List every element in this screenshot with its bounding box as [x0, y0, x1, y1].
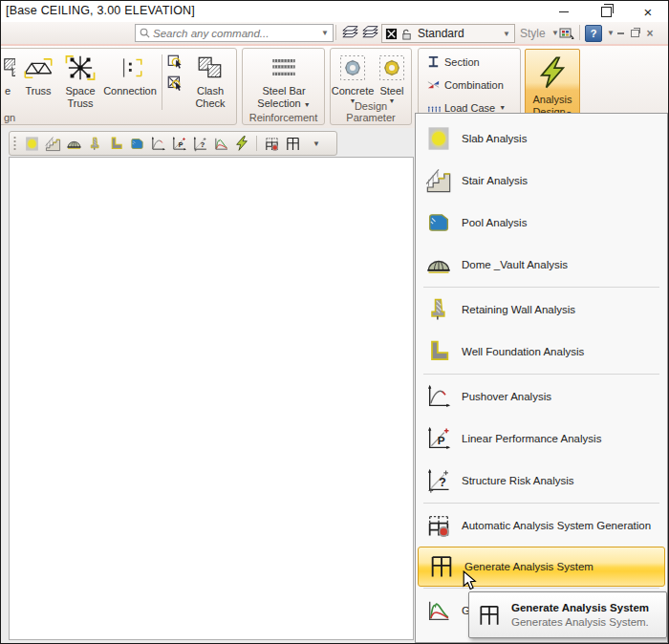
window-restore-button[interactable] [595, 5, 616, 19]
document-close-button[interactable]: × [643, 28, 657, 39]
retaining-wall-icon [87, 136, 103, 152]
truss-icon [23, 54, 54, 81]
slab-icon [24, 136, 40, 152]
style-button[interactable]: Style [520, 27, 546, 40]
pushover-icon [150, 136, 166, 152]
standard-style-combobox[interactable]: Standard ▼ [381, 24, 515, 43]
tooltip-title: Generate Analysis System [511, 602, 649, 613]
ribbon-button-steel-bar-selection[interactable]: Steel Bar Selection ▼ [252, 52, 315, 109]
toolbar-linear-performance-button[interactable] [170, 135, 188, 153]
app-window: [Base CEILING, 3.00 ELEVATION] × ▼ Stand… [0, 0, 669, 644]
close-icon: × [646, 28, 653, 39]
menu-separator [423, 503, 659, 504]
quick-access-bar: ▼ Standard ▼ Style ▼ ? ▼ × [1, 22, 668, 45]
ribbon-button-connection[interactable]: Connection [101, 52, 159, 97]
menu-item-stair-analysis[interactable]: Stair Analysis [416, 160, 667, 202]
space-truss-icon [64, 54, 97, 82]
mouse-cursor-icon [463, 570, 477, 590]
window-close-button[interactable]: × [637, 5, 658, 19]
lightning-bolt-icon [234, 136, 249, 151]
group-label-reinforcement: Reinforcement [243, 112, 324, 123]
clash-check-icon [196, 54, 225, 81]
restore-icon [631, 30, 639, 37]
dome-icon [425, 251, 452, 278]
structure-risk-icon [425, 467, 452, 494]
command-search-box[interactable]: ▼ [135, 24, 334, 42]
small-select-button-2[interactable] [166, 75, 183, 96]
grid-red-dot-icon [264, 136, 280, 152]
select-region-icon [166, 54, 183, 71]
toolbar-generate-analysis-button[interactable] [284, 135, 302, 153]
lock-open-icon [400, 28, 413, 40]
ribbon-button-partial[interactable]: e [0, 52, 15, 97]
search-dropdown-arrow-icon[interactable]: ▼ [317, 29, 333, 37]
toolbar-stair-analysis-button[interactable] [44, 135, 62, 153]
small-select-button-1[interactable] [166, 54, 183, 75]
ribbon-button-space-truss[interactable]: Space Truss [59, 52, 101, 109]
window-minimize-button[interactable] [553, 5, 574, 19]
toolbar-grip[interactable] [13, 136, 16, 151]
document-minimize-button[interactable] [614, 28, 627, 39]
separator [335, 25, 336, 40]
toolbar-automatic-analysis-button[interactable] [263, 135, 281, 153]
steel-gear-icon [378, 54, 406, 82]
layer-order-down-button[interactable] [361, 25, 379, 45]
concrete-gear-icon [338, 54, 367, 82]
toolbar-spectrum-button[interactable] [212, 135, 230, 153]
help-button[interactable]: ? [585, 25, 602, 42]
dropdown-arrow-icon: ▼ [499, 104, 506, 111]
stair-icon [425, 167, 452, 194]
menu-item-retaining-wall-analysis[interactable]: Retaining Wall Analysis [416, 289, 667, 331]
search-icon [139, 27, 151, 39]
menu-item-automatic-analysis-system-generation[interactable]: Automatic Analysis System Generation [416, 504, 667, 547]
ribbon-button-section[interactable]: Section [426, 54, 480, 69]
menu-item-structure-risk-analysis[interactable]: Structure Risk Analysis [416, 460, 667, 502]
grid-frame-icon [477, 603, 502, 628]
lightning-bolt-icon [536, 54, 569, 92]
layer-order-up-button[interactable] [341, 25, 359, 45]
menu-item-linear-performance-analysis[interactable]: Linear Performance Analysis [416, 418, 667, 460]
menu-item-dome-vault-analysis[interactable]: Dome _Vault Analysis [416, 244, 667, 286]
toolbar-well-foundation-button[interactable] [107, 135, 125, 153]
ribbon-button-combination[interactable]: Combination [426, 77, 504, 92]
standard-dropdown-arrow-icon[interactable]: ▼ [499, 30, 514, 38]
well-foundation-icon [108, 136, 124, 152]
toolbar-pushover-button[interactable] [149, 135, 167, 153]
drawing-canvas[interactable] [9, 157, 414, 640]
layers-down-icon [361, 25, 379, 41]
toolbar-overflow-arrow-icon[interactable]: ▼ [313, 140, 320, 148]
window-title: [Base CEILING, 3.00 ELEVATION] [6, 4, 195, 17]
group-label-design-parameter: Design Parameter [331, 100, 411, 123]
ribbon-button-truss[interactable]: Truss [19, 52, 57, 97]
menu-item-pool-analysis[interactable]: Pool Analysis [416, 202, 667, 244]
ribbon-button-concrete[interactable]: Concrete ▼ [333, 52, 373, 104]
render-style-button[interactable] [559, 26, 574, 45]
ribbon-group-design: e Truss Space Truss Connection Clash Che… [0, 48, 237, 125]
minimize-icon [559, 11, 569, 13]
search-input[interactable] [151, 28, 317, 39]
toolbar-retaining-wall-button[interactable] [86, 135, 104, 153]
grid-frame-icon [428, 553, 455, 580]
dome-icon [66, 136, 82, 152]
toolbar-slab-analysis-button[interactable] [23, 135, 41, 153]
ribbon-button-steel[interactable]: Steel ▼ [375, 52, 409, 104]
ribbon-button-clash-check[interactable]: Clash Check [187, 52, 233, 109]
menu-item-slab-analysis[interactable]: Slab Analysis [416, 118, 667, 160]
menu-item-generate-analysis-system[interactable]: Generate Analysis System [418, 547, 665, 587]
menu-item-well-foundation-analysis[interactable]: Well Foundation Analysis [416, 331, 667, 373]
document-restore-button[interactable] [628, 28, 641, 39]
slab-icon [425, 125, 452, 152]
toolbar-pool-analysis-button[interactable] [128, 135, 146, 153]
menu-item-pushover-analysis[interactable]: Pushover Analysis [416, 376, 667, 418]
title-bar: [Base CEILING, 3.00 ELEVATION] × [1, 1, 668, 23]
retaining-wall-icon [425, 296, 452, 323]
tooltip-description: Generates Analysis System. [511, 616, 649, 628]
analysis-design-menu: Slab Analysis Stair Analysis Pool Analys… [415, 113, 668, 643]
toolbar-dome-analysis-button[interactable] [65, 135, 83, 153]
render-style-icon [559, 26, 574, 41]
toolbar-analysis-button[interactable] [233, 135, 251, 153]
combination-icon [426, 77, 441, 92]
dropdown-arrow-icon: ▼ [304, 101, 311, 108]
toolbar-structure-risk-button[interactable] [191, 135, 209, 153]
analysis-toolbar: ▼ [9, 131, 337, 156]
